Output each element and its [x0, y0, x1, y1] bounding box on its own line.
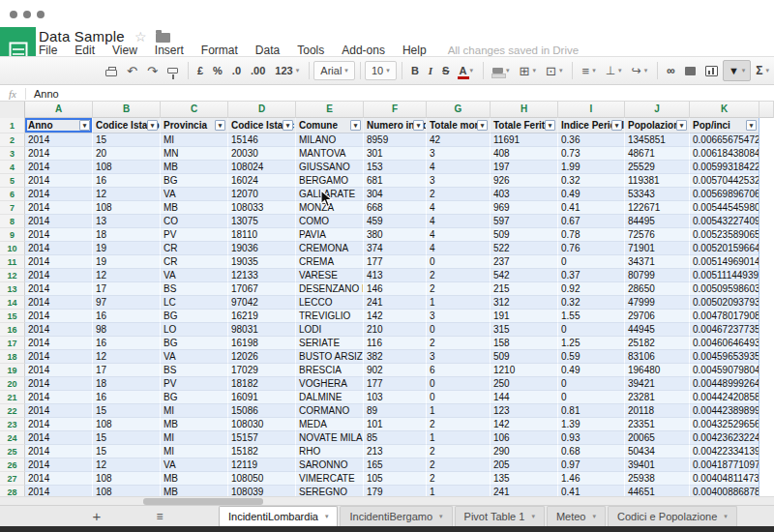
cell[interactable]: BG — [161, 310, 228, 323]
cell[interactable]: BS — [161, 282, 228, 296]
cell[interactable]: 4 — [427, 242, 491, 255]
filter-dropdown-icon[interactable]: ▾ — [283, 120, 293, 131]
cell[interactable]: 2 — [427, 337, 491, 350]
cell[interactable]: 241 — [491, 486, 558, 496]
cell[interactable]: 2014 — [25, 350, 93, 364]
row-number[interactable]: 25 — [0, 445, 25, 458]
cell[interactable]: 0.005149690146 — [690, 255, 759, 269]
cell[interactable]: 0.004187710972 — [690, 458, 759, 472]
cell[interactable]: 0.004596539359 — [690, 350, 759, 364]
cell[interactable]: 2014 — [25, 458, 93, 472]
row-number[interactable]: 2 — [0, 133, 25, 147]
cell[interactable]: 1 — [427, 486, 491, 496]
column-header-cell[interactable]: Numero incid▾ — [364, 118, 427, 133]
column-letter-C[interactable]: C — [161, 102, 228, 118]
cell[interactable]: 3 — [427, 310, 491, 323]
row-number[interactable]: 4 — [0, 161, 25, 174]
cell[interactable]: 6 — [427, 364, 491, 377]
cell[interactable]: 144 — [491, 391, 558, 404]
horizontal-scrollbar[interactable] — [0, 496, 774, 505]
cell[interactable]: 2014 — [25, 161, 93, 174]
print-button[interactable] — [101, 60, 122, 81]
cell[interactable]: 108033 — [228, 201, 296, 215]
cell[interactable]: 16219 — [228, 310, 296, 323]
cell[interactable]: 2014 — [25, 364, 93, 377]
cell[interactable]: 408 — [491, 147, 558, 161]
cell[interactable]: VIMERCATE — [296, 472, 364, 486]
cell[interactable]: 0.004606464935 — [690, 337, 759, 350]
cell[interactable]: 103 — [364, 391, 427, 404]
cell[interactable]: 12 — [93, 269, 161, 282]
column-letter-K[interactable]: K — [690, 102, 759, 118]
cell[interactable]: 0.005698967062 — [690, 188, 759, 201]
cell[interactable]: MB — [161, 201, 228, 215]
cell[interactable]: BS — [161, 364, 228, 377]
cell[interactable]: 20118 — [625, 404, 690, 418]
cell[interactable]: 1.39 — [558, 418, 625, 431]
cell[interactable]: 0.005704425327 — [690, 174, 759, 188]
cell[interactable]: 668 — [364, 201, 427, 215]
cell[interactable]: MB — [161, 418, 228, 431]
cell[interactable]: 0.004223341397 — [690, 445, 759, 458]
font-size-select[interactable]: 10▾ — [365, 61, 397, 80]
cell[interactable]: 2014 — [25, 147, 93, 161]
cell[interactable]: 15 — [93, 133, 161, 147]
cell[interactable]: BG — [161, 391, 228, 404]
cell[interactable]: 237 — [491, 255, 558, 269]
cell[interactable]: 146 — [364, 282, 427, 296]
cell[interactable]: 2 — [427, 458, 491, 472]
filter-dropdown-icon[interactable]: ▾ — [545, 120, 555, 131]
menu-item-view[interactable]: View — [112, 44, 146, 57]
cell[interactable]: 15182 — [228, 445, 296, 458]
cell[interactable]: 0.006656754722 — [690, 133, 759, 147]
cell[interactable]: 122671 — [625, 201, 690, 215]
cell[interactable]: 2014 — [25, 296, 93, 310]
cell[interactable]: 0.41 — [558, 201, 625, 215]
cell[interactable]: 142 — [364, 310, 427, 323]
cell[interactable]: 0.68 — [558, 445, 625, 458]
cell[interactable]: BERGAMO — [296, 174, 364, 188]
cell[interactable]: 108 — [93, 472, 161, 486]
cell[interactable]: 0.41 — [558, 486, 625, 496]
number-format-button[interactable]: 123▾ — [270, 60, 304, 81]
cell[interactable]: 403 — [491, 188, 558, 201]
cell[interactable]: 0.005993184222 — [690, 161, 759, 174]
row-number[interactable]: 20 — [0, 377, 25, 391]
insert-link-button[interactable]: ∞ — [662, 60, 680, 81]
column-header-cell[interactable]: Indice Pericol▾ — [558, 118, 625, 133]
percent-format-button[interactable]: % — [208, 60, 227, 81]
cell[interactable]: 108 — [93, 418, 161, 431]
cell[interactable]: 3 — [427, 147, 491, 161]
cell[interactable]: 315 — [491, 323, 558, 337]
cell[interactable]: 0.004423898996 — [690, 404, 759, 418]
redo-button[interactable]: ↷ — [142, 60, 163, 81]
cell[interactable]: 29706 — [625, 310, 690, 323]
cell[interactable]: VA — [161, 269, 228, 282]
sheet-tab-incidentilombardia[interactable]: IncidentiLombardia▾ — [219, 506, 338, 526]
cell[interactable]: 12026 — [228, 350, 296, 364]
cell[interactable]: 205 — [491, 458, 558, 472]
row-number[interactable]: 5 — [0, 174, 25, 188]
cell[interactable]: 2014 — [25, 188, 93, 201]
cell[interactable]: 16 — [93, 337, 161, 350]
cell[interactable]: BG — [161, 174, 228, 188]
cell[interactable]: 12119 — [228, 458, 296, 472]
cell[interactable]: 11691 — [491, 133, 558, 147]
text-wrap-button[interactable]: ↪▾ — [627, 60, 653, 81]
cell[interactable]: RHO — [296, 445, 364, 458]
cell[interactable]: 108 — [93, 201, 161, 215]
filter-dropdown-icon[interactable]: ▾ — [215, 120, 225, 131]
cell[interactable]: 1.99 — [558, 161, 625, 174]
functions-button[interactable]: Σ▾ — [751, 60, 774, 81]
cell[interactable]: 25182 — [625, 337, 690, 350]
cell[interactable]: CR — [161, 255, 228, 269]
row-number[interactable]: 13 — [0, 282, 25, 296]
column-header-cell[interactable]: Pop/inci▾ — [690, 118, 759, 133]
cell[interactable]: 213 — [364, 445, 427, 458]
cell[interactable]: 241 — [364, 296, 427, 310]
cell[interactable]: 106 — [491, 431, 558, 445]
menu-item-format[interactable]: Format — [201, 44, 247, 57]
cell[interactable]: 2014 — [25, 391, 93, 404]
window-minimize-icon[interactable] — [23, 11, 31, 18]
cell[interactable]: 47999 — [625, 296, 690, 310]
